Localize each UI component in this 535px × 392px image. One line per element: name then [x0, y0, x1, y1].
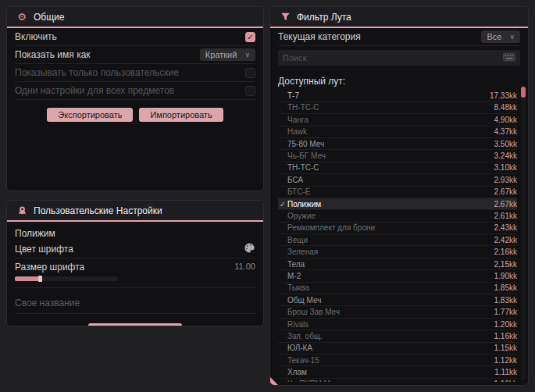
list-item[interactable]: Чанга4.90kk	[278, 114, 517, 126]
search-input[interactable]	[283, 53, 498, 62]
slider-handle[interactable]	[38, 276, 42, 282]
item-name: ТН-ТС-С	[287, 103, 494, 112]
item-name: Чь-БГ Меч	[287, 151, 494, 160]
panel-title: Общие	[34, 12, 64, 23]
list-item[interactable]: Хлам1.11kk	[278, 366, 517, 378]
general-panel-header[interactable]: ⚙ Общие	[7, 7, 263, 27]
keyboard-icon[interactable]	[503, 51, 515, 65]
item-value: 4.37kk	[494, 127, 517, 136]
font-color-label: Цвет шрифта	[15, 244, 73, 255]
import-button[interactable]: Импортировать	[139, 108, 223, 122]
item-name: Зап. общ.	[287, 332, 494, 340]
font-size-slider[interactable]	[15, 276, 118, 281]
list-item[interactable]: 75-80 Меч3.50kk	[278, 138, 517, 150]
item-value: 1.85kk	[494, 283, 517, 292]
list-item[interactable]: Чь-ПКПМ Меч1.10kk	[278, 379, 517, 382]
item-name: Т-7	[287, 91, 490, 100]
accent-separator	[7, 220, 263, 222]
font-color-row[interactable]: Цвет шрифта	[15, 241, 255, 258]
item-value: 1.12kk	[494, 356, 517, 365]
item-value: 2.61kk	[494, 212, 517, 220]
user-settings-icon	[16, 205, 27, 216]
list-item[interactable]: Зеленая2.16kk	[278, 246, 517, 258]
custom-only-checkbox[interactable]	[245, 68, 255, 78]
item-name: 75-80 Меч	[287, 140, 494, 148]
item-value: 1.83kk	[494, 296, 517, 305]
resize-grip[interactable]	[270, 377, 278, 385]
item-name: Чь-ПКПМ Меч	[287, 380, 494, 382]
list-item[interactable]: Ремкомплект для брони2.43kk	[278, 223, 517, 234]
item-value: 1.11kk	[494, 368, 517, 376]
item-name: Чанга	[287, 116, 494, 124]
list-item[interactable]: ✓Полижим2.67kk	[278, 198, 517, 210]
list-item[interactable]: Брош Зав Меч1.77kk	[278, 306, 517, 318]
item-value: 17.33kk	[490, 91, 517, 100]
category-combo[interactable]: Все ∨	[481, 30, 520, 43]
list-item[interactable]: БТС-Е2.67kk	[278, 187, 517, 198]
combo-value: Краткий	[205, 50, 237, 59]
check-icon: ✓	[278, 200, 287, 208]
custom-panel-header[interactable]: Пользовательские Настройки	[7, 201, 263, 220]
item-name: Вещи	[287, 236, 494, 244]
item-name: М-2	[287, 272, 494, 280]
filter-panel-header[interactable]: Фильтр Лута	[270, 7, 528, 27]
list-item[interactable]: ТН-ТС-С3.10kk	[278, 162, 517, 174]
list-item[interactable]: Чь-БГ Меч3.24kk	[278, 150, 517, 162]
list-item[interactable]: Тыква1.85kk	[278, 283, 517, 294]
item-name: Оружие	[287, 212, 494, 220]
delete-button[interactable]: Удалить	[88, 323, 182, 326]
list-item[interactable]: ТН-ТС-С8.48kk	[278, 102, 517, 114]
list-item[interactable]: Т-717.33kk	[278, 90, 517, 102]
palette-icon[interactable]	[244, 242, 255, 256]
item-name: Rivals	[287, 320, 494, 329]
export-button[interactable]: Экспортировать	[47, 108, 133, 122]
category-label: Текущая категория	[278, 31, 361, 42]
font-size-label: Размер шрифта	[15, 262, 84, 273]
item-name: Ремкомплект для брони	[287, 223, 494, 232]
list-item[interactable]: Тела2.15kk	[278, 258, 517, 270]
loot-list-label: Доступный лут:	[278, 76, 520, 87]
item-value: 2.67kk	[494, 187, 517, 196]
custom-name-input[interactable]	[15, 294, 257, 314]
item-value: 1.20kk	[494, 320, 517, 329]
item-name: Текач-15	[287, 356, 494, 365]
delete-row: Удалить	[7, 323, 263, 326]
selected-item-name: Полижим	[15, 228, 255, 239]
slider-fill	[15, 276, 41, 281]
scrollbar-thumb[interactable]	[521, 87, 526, 98]
item-name: БСА	[287, 176, 494, 184]
item-value: 1.77kk	[494, 308, 517, 316]
item-name: Зеленая	[287, 248, 494, 256]
item-name: ТН-ТС-С	[287, 163, 494, 172]
font-size-block: Размер шрифта 11.00	[15, 258, 255, 288]
list-item[interactable]: Rivals1.20kk	[278, 319, 517, 330]
list-item[interactable]: Зап. общ.1.16kk	[278, 330, 517, 342]
item-name: БТС-Е	[287, 187, 494, 196]
list-item[interactable]: Общ Меч1.83kk	[278, 294, 517, 306]
loot-list: Т-717.33kkТН-ТС-С8.48kkЧанга4.90kkHawk4.…	[278, 90, 517, 382]
list-item[interactable]: Hawk4.37kk	[278, 127, 517, 138]
loot-filter-panel: Фильтр Лута Текущая категория Все ∨ Дост…	[269, 6, 529, 386]
custom-settings-panel: Пользовательские Настройки Полижим Цвет …	[6, 200, 264, 326]
enable-checkbox[interactable]: ✓	[245, 32, 255, 42]
item-value: 3.10kk	[494, 163, 517, 172]
funnel-icon	[280, 12, 291, 23]
list-item[interactable]: Вещи2.42kk	[278, 234, 517, 246]
list-item[interactable]: Оружие2.61kk	[278, 210, 517, 222]
list-scrollbar[interactable]	[521, 85, 526, 380]
item-name: Hawk	[287, 127, 494, 136]
item-value: 2.15kk	[494, 260, 517, 269]
chevron-down-icon: ∨	[244, 51, 250, 59]
item-value: 1.15kk	[494, 344, 517, 352]
item-name: Общ Меч	[287, 296, 494, 305]
list-item[interactable]: Текач-151.12kk	[278, 355, 517, 366]
export-import-row: Экспортировать Импортировать	[7, 108, 263, 122]
enable-row: Включить ✓	[15, 28, 255, 46]
list-item[interactable]: М-21.90kk	[278, 270, 517, 282]
list-item[interactable]: ЮЛ-КА1.15kk	[278, 343, 517, 355]
name-display-combo[interactable]: Краткий ∨	[200, 48, 255, 61]
list-item[interactable]: БСА2.93kk	[278, 174, 517, 186]
item-value: 2.16kk	[494, 248, 517, 256]
same-settings-checkbox[interactable]	[245, 86, 255, 96]
panel-title: Пользовательские Настройки	[34, 205, 162, 216]
